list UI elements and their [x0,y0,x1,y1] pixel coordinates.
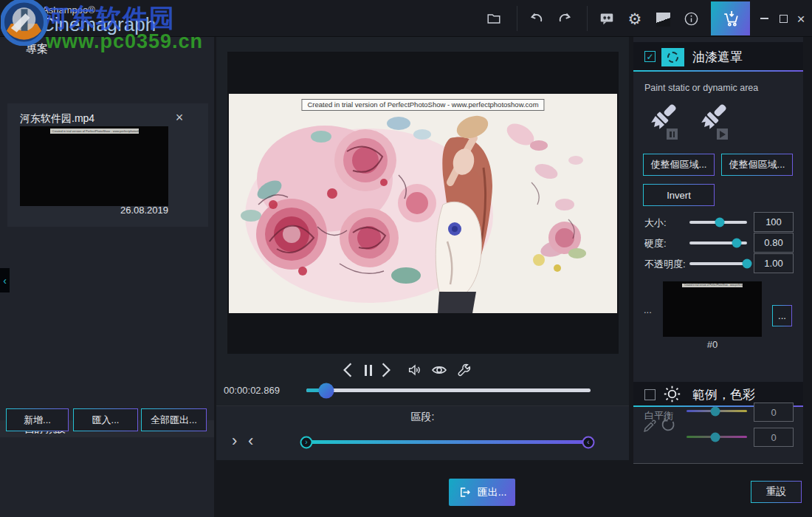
size-value-field[interactable]: 100 [754,212,794,232]
preset-import-button[interactable]: 匯入... [73,408,138,431]
invert-label: Invert [667,190,691,201]
trial-banner: Created in trial version of PerfectPhoto… [301,99,544,111]
temperature-value-field[interactable]: 0 [754,403,794,422]
feedback-button[interactable] [597,9,616,28]
fill-area-dynamic-label: 使整個區域... [729,158,785,171]
export-icon [458,485,472,499]
segment-step-in-button[interactable]: › [232,431,237,451]
tint-value-field[interactable]: 0 [754,428,794,447]
segment-start-handle[interactable]: › [300,436,313,448]
collapse-sidebar-handle[interactable]: ‹ [0,268,10,292]
export-button[interactable]: 匯出... [449,479,515,506]
speaker-icon [407,362,423,378]
sample-color-title: 範例，色彩 [692,386,755,403]
size-slider-handle[interactable] [715,218,724,227]
diagonal-split-icon [656,13,670,27]
settings-button[interactable]: ⚙ [625,9,644,28]
undo-button[interactable] [527,9,546,28]
chevron-left-icon: ‹ [3,275,7,287]
fill-area-dynamic-button[interactable]: 使整個區域... [721,154,793,176]
pause-icon [370,365,372,376]
close-window-button[interactable]: × [791,9,811,28]
project-date: 26.08.2019 [89,205,168,216]
tools-button[interactable] [455,360,474,380]
next-frame-button[interactable] [376,360,396,380]
mute-button[interactable] [405,360,424,380]
invert-button[interactable]: Invert [643,184,715,206]
check-icon: ✓ [646,52,653,61]
segment-end-handle[interactable]: ‹ [582,436,595,448]
tint-slider-handle[interactable] [711,432,720,442]
sample-color-checkbox[interactable] [644,389,656,400]
temperature-slider[interactable] [687,410,747,412]
opacity-slider[interactable] [689,262,747,265]
site-logo-watermark [1,0,47,46]
panel-bottom-border [633,463,803,464]
pause-button[interactable] [359,360,378,380]
effect-panel: ✓ 油漆遮罩 Paint static or dynamic area [633,37,803,464]
preset-new-label: 新增... [24,414,51,427]
ellipsis-icon: ... [778,310,786,321]
previous-frame-button[interactable] [338,360,357,380]
project-card[interactable]: 河东软件园.mp4 × Created in trial version of … [7,103,208,227]
minimize-button[interactable] [754,9,774,28]
project-thumbnail[interactable]: Created in trial version of PerfectPhoto… [20,126,168,206]
segment-step-out-button[interactable]: ‹ [248,431,253,451]
close-icon: × [796,12,805,26]
undo-icon [528,10,546,27]
mask-frame-index: #0 [663,339,762,350]
preset-new-button[interactable]: 新增... [6,408,69,431]
sun-icon [662,384,682,404]
redo-button[interactable] [555,9,574,28]
size-slider[interactable] [689,221,747,224]
timecode: 00:00:02.869 [224,385,280,396]
paint-mask-header: ✓ 油漆遮罩 [633,42,803,70]
hardness-value-field[interactable]: 0.80 [754,233,794,253]
timeline-handle[interactable] [319,383,334,398]
fill-area-static-button[interactable]: 使整個區域... [643,154,715,176]
hardness-slider-handle[interactable] [732,239,741,248]
project-sidebar: 專案 河东软件园.mp4 × Created in trial version … [0,37,214,517]
paint-mask-icon [661,48,684,66]
segment-range-slider[interactable]: › ‹ [307,440,589,444]
remove-project-button[interactable]: × [171,109,187,126]
open-project-button[interactable] [484,9,503,28]
maximize-button[interactable] [774,9,793,28]
temperature-slider-handle[interactable] [711,406,720,416]
preset-export-all-label: 全部匯出... [151,414,197,427]
paint-mask-subtitle: Paint static or dynamic area [644,83,758,93]
mask-thumbnail[interactable]: Created in trial version of PerfectPhoto… [663,281,762,337]
opacity-value-field[interactable]: 1.00 [754,253,794,273]
preview-area: Created in trial version of PerfectPhoto… [216,37,629,460]
hardness-label: 硬度: [644,237,667,250]
size-label: 大小: [644,216,667,230]
timeline-slider[interactable] [306,388,591,392]
info-button[interactable] [681,9,701,28]
preset-export-all-button[interactable]: 全部匯出... [141,408,207,431]
video-frame[interactable]: Created in trial version of PerfectPhoto… [229,94,617,313]
paint-mask-title: 油漆遮罩 [692,49,743,66]
preview-toggle-button[interactable] [430,360,449,380]
play-badge-icon [717,129,728,140]
eye-icon [430,361,448,379]
buy-now-button[interactable] [711,1,750,35]
maximize-icon [780,15,788,23]
pause-badge-icon [667,129,678,140]
reset-button[interactable]: 重設 [751,481,802,503]
hardness-slider[interactable] [689,242,747,244]
app-window: Ashampoo® Cinemagraph [0,0,812,517]
info-icon [683,10,700,27]
opacity-label: 不透明度: [644,258,686,271]
tint-slider[interactable] [687,436,747,438]
theme-toggle-button[interactable] [653,10,672,29]
dynamic-brush-button[interactable] [693,100,734,142]
eyedropper-icon[interactable] [641,418,658,434]
mask-options-button[interactable]: ... [772,305,792,326]
gear-icon: ⚙ [628,11,642,27]
close-icon: × [176,110,184,126]
static-brush-button[interactable] [643,100,684,142]
paint-mask-checkbox[interactable]: ✓ [644,51,656,62]
project-filename: 河东软件园.mp4 [20,112,171,126]
reset-white-balance-icon[interactable] [660,417,676,433]
opacity-slider-handle[interactable] [743,259,752,269]
